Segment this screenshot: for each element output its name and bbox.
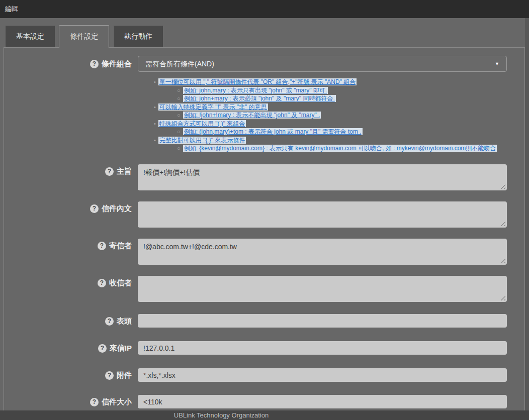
help-line: •完整比對可以用 "{ }" 來表示條件 [151, 136, 513, 145]
bullet-icon: ○ [177, 94, 181, 103]
tab-condition-settings[interactable]: 條件設定 [59, 25, 109, 48]
bullet-icon: ○ [177, 128, 181, 136]
footer-text: UBLink Technology Organization [0, 410, 443, 420]
help-line: ○例如: (john,mary)+tom : 表示符合 john 或 mary … [151, 128, 513, 136]
window-title-bar: 編輯 [0, 0, 529, 18]
page-title: 編輯 [5, 5, 18, 13]
help-line: •特殊組合方式可以用 "( )" 來組合 [151, 120, 513, 128]
tab-execute-actions[interactable]: 執行動作 [113, 25, 163, 47]
help-line: ○例如: {kevin@mydomain.com} : 表示只有 kevin@m… [151, 144, 513, 153]
bullet-icon: • [154, 136, 156, 145]
bullet-icon: • [154, 78, 156, 86]
help-line: ○例如: john,mary : 表示只有出現 "john" 或 "mary" … [151, 86, 513, 95]
tab-basic-settings[interactable]: 基本設定 [5, 25, 55, 47]
help-line: ○例如: john+mary : 表示必須 "john" 及 "mary" 同時… [151, 94, 513, 103]
syntax-help-block: •單一欄位可以用 "," 符號隔開條件代表 "OR" 組合,"+"符號 表示 "… [151, 78, 513, 153]
help-line: •可以輸入特殊定義字 "!" 表示 "非" 的意思 [151, 103, 513, 112]
bullet-icon: • [154, 103, 156, 112]
bullet-icon: ○ [177, 86, 181, 95]
bullet-icon: • [154, 120, 156, 128]
footer-bar: UBLink Technology Organization [0, 410, 529, 420]
bullet-icon: ○ [177, 111, 181, 120]
help-line: •單一欄位可以用 "," 符號隔開條件代表 "OR" 組合,"+"符號 表示 "… [151, 78, 513, 86]
help-line: ○例如: !john+!mary : 表示不能出現 "john" 及 "mary… [151, 111, 513, 120]
right-edge-strip [525, 18, 529, 410]
bullet-icon: ○ [177, 144, 181, 153]
tab-bar: 基本設定 條件設定 執行動作 [5, 25, 165, 48]
